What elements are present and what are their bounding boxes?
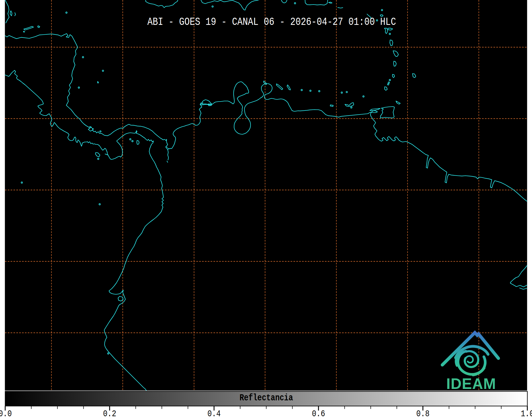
svg-text:0.0: 0.0: [0, 409, 12, 417]
svg-text:0.6: 0.6: [312, 409, 325, 417]
svg-text:IDEAM: IDEAM: [446, 375, 496, 392]
svg-text:0.8: 0.8: [416, 409, 430, 417]
svg-text:Reflectancia: Reflectancia: [240, 393, 293, 403]
svg-text:0.4: 0.4: [207, 409, 221, 417]
svg-text:ABI - GOES 19 - CANAL 06 - 202: ABI - GOES 19 - CANAL 06 - 2026-04-27 01…: [147, 16, 396, 28]
svg-text:1.0: 1.0: [521, 409, 532, 417]
svg-text:0.2: 0.2: [103, 409, 116, 417]
